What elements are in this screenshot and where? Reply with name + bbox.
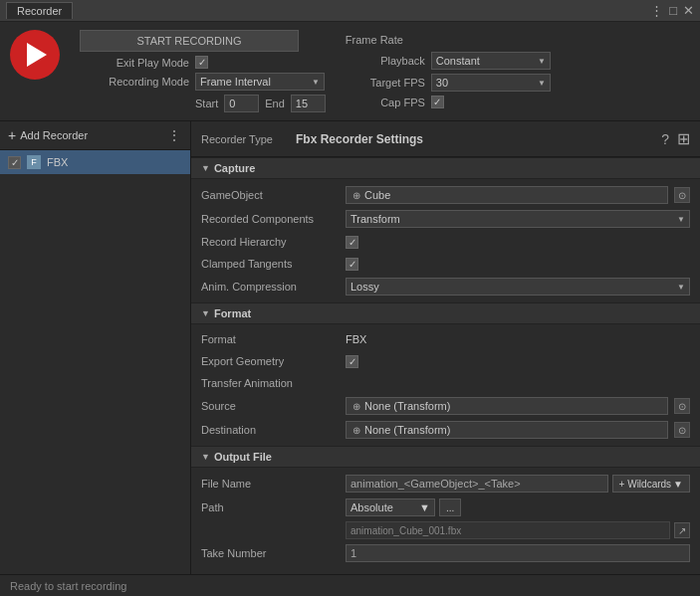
output-file-section-body: File Name + Wildcards ▼ Path xyxy=(191,468,700,569)
recorder-item-label: FBX xyxy=(47,156,68,168)
target-fps-select[interactable]: 30 ▼ xyxy=(431,74,551,92)
path-value: Absolute ▼ ... xyxy=(346,498,690,516)
wildcards-label: + Wildcards xyxy=(619,479,672,490)
output-file-label: Output File xyxy=(214,451,272,463)
record-hierarchy-checkbox[interactable] xyxy=(346,236,358,249)
cap-fps-checkbox[interactable] xyxy=(431,96,444,108)
fbx-file-icon: F xyxy=(27,155,41,169)
play-button[interactable] xyxy=(10,30,60,80)
title-bar-left: Recorder xyxy=(6,2,73,19)
recording-mode-label: Recording Mode xyxy=(80,76,189,88)
list-item[interactable]: F FBX xyxy=(0,150,190,174)
wildcards-arrow: ▼ xyxy=(673,479,683,490)
status-text: Ready to start recording xyxy=(10,580,126,592)
wildcards-button[interactable]: + Wildcards ▼ xyxy=(612,475,690,493)
recording-mode-row: Recording Mode Frame Interval ▼ xyxy=(80,73,326,91)
help-icon[interactable]: ? xyxy=(661,131,669,147)
gameobject-pick-button[interactable]: ⊙ xyxy=(674,187,690,203)
path-select[interactable]: Absolute ▼ xyxy=(346,498,435,516)
destination-row: Destination ⊕ None (Transform) ⊙ xyxy=(191,418,700,442)
left-panel: + Add Recorder ⋮ F FBX xyxy=(0,121,191,596)
anim-compression-arrow: ▼ xyxy=(677,283,685,292)
source-value: ⊕ None (Transform) ⊙ xyxy=(346,397,690,415)
playback-select[interactable]: Constant ▼ xyxy=(431,52,551,70)
path-select-text: Absolute xyxy=(350,501,393,513)
take-number-label: Take Number xyxy=(201,547,346,559)
exit-play-mode-checkbox[interactable] xyxy=(195,56,208,69)
playback-row: Playback Constant ▼ xyxy=(346,52,551,70)
take-number-row: Take Number xyxy=(191,541,700,565)
main-layout: + Add Recorder ⋮ F FBX Recorder Type Fbx… xyxy=(0,121,700,596)
recording-mode-select[interactable]: Frame Interval ▼ xyxy=(195,73,325,91)
record-hierarchy-row: Record Hierarchy xyxy=(191,231,700,253)
recorder-item-checkbox[interactable] xyxy=(8,156,21,169)
play-icon xyxy=(27,43,47,67)
title-bar-right: ⋮ □ ✕ xyxy=(650,3,694,18)
gameobject-value: ⊕ Cube ⊙ xyxy=(346,186,690,204)
anim-compression-select[interactable]: Lossy ▼ xyxy=(346,278,690,296)
close-icon[interactable]: ✕ xyxy=(683,3,694,18)
gameobject-text: Cube xyxy=(364,189,390,201)
export-geometry-checkbox[interactable] xyxy=(346,355,358,368)
source-label: Source xyxy=(201,400,346,412)
browse-button[interactable]: ... xyxy=(439,498,461,516)
recorder-type-label: Recorder Type xyxy=(201,133,273,145)
format-section: ▼ Format Format FBX Export Geometry xyxy=(191,302,700,446)
path-label: Path xyxy=(201,501,346,513)
gameobject-picker[interactable]: ⊕ Cube xyxy=(346,186,668,204)
recorded-components-select[interactable]: Transform ▼ xyxy=(346,210,690,228)
recorder-tab[interactable]: Recorder xyxy=(6,2,73,19)
format-section-header[interactable]: ▼ Format xyxy=(191,302,700,324)
file-name-row: File Name + Wildcards ▼ xyxy=(191,472,700,496)
add-recorder-button[interactable]: + Add Recorder xyxy=(8,127,88,143)
source-pick-button[interactable]: ⊙ xyxy=(674,398,690,414)
start-recording-button[interactable]: START RECORDING xyxy=(80,30,299,52)
output-file-section-header[interactable]: ▼ Output File xyxy=(191,446,700,468)
more-icon[interactable]: ⋮ xyxy=(650,3,663,18)
clamped-tangents-label: Clamped Tangents xyxy=(201,258,346,270)
export-geometry-row: Export Geometry xyxy=(191,350,700,372)
destination-picker[interactable]: ⊕ None (Transform) xyxy=(346,421,668,439)
recorded-components-value: Transform ▼ xyxy=(346,210,690,228)
recorded-components-text: Transform xyxy=(350,213,400,225)
recording-mode-arrow: ▼ xyxy=(312,78,320,87)
record-hierarchy-label: Record Hierarchy xyxy=(201,236,346,248)
recorder-type-value: Fbx Recorder Settings xyxy=(296,132,423,146)
export-geometry-label: Export Geometry xyxy=(201,355,346,367)
format-field-value: FBX xyxy=(346,333,690,345)
target-fps-row: Target FPS 30 ▼ xyxy=(346,74,551,92)
format-section-body: Format FBX Export Geometry Transfer Anim… xyxy=(191,324,700,446)
destination-text: None (Transform) xyxy=(364,424,450,436)
capture-section: ▼ Capture GameObject ⊕ Cube ⊙ xyxy=(191,157,700,302)
recorder-type-container: Recorder Type Fbx Recorder Settings xyxy=(201,132,423,146)
external-link-button[interactable]: ↗ xyxy=(674,522,690,538)
recorded-components-label: Recorded Components xyxy=(201,213,346,225)
exit-play-mode-row: Exit Play Mode xyxy=(80,56,326,69)
path-arrow: ▼ xyxy=(419,501,430,513)
format-field-label: Format xyxy=(201,333,346,345)
exit-play-mode-label: Exit Play Mode xyxy=(80,57,189,69)
clamped-tangents-checkbox[interactable] xyxy=(346,258,358,271)
top-left-controls: START RECORDING Exit Play Mode Recording… xyxy=(80,30,326,112)
start-end-row: Start End xyxy=(80,95,326,112)
cap-fps-label: Cap FPS xyxy=(346,97,425,108)
take-number-input[interactable] xyxy=(346,544,690,562)
clamped-tangents-row: Clamped Tangents xyxy=(191,253,700,275)
end-input[interactable] xyxy=(291,95,326,112)
file-name-input[interactable] xyxy=(346,475,608,493)
recorder-menu-button[interactable]: ⋮ xyxy=(167,127,182,143)
source-picker[interactable]: ⊕ None (Transform) xyxy=(346,397,668,415)
recorded-components-arrow: ▼ xyxy=(677,215,685,224)
maximize-icon[interactable]: □ xyxy=(669,3,677,18)
start-input[interactable] xyxy=(224,95,259,112)
destination-pick-button[interactable]: ⊙ xyxy=(674,422,690,438)
anim-compression-label: Anim. Compression xyxy=(201,281,346,293)
frame-rate-header: Frame Rate xyxy=(346,34,551,46)
source-text: None (Transform) xyxy=(364,400,450,412)
right-panel: Recorder Type Fbx Recorder Settings ? ⊞ … xyxy=(191,121,700,596)
layout-icon[interactable]: ⊞ xyxy=(677,129,690,148)
recorded-components-row: Recorded Components Transform ▼ xyxy=(191,207,700,231)
capture-section-header[interactable]: ▼ Capture xyxy=(191,157,700,179)
path-row: Path Absolute ▼ ... xyxy=(191,496,700,519)
playback-arrow: ▼ xyxy=(538,57,546,66)
